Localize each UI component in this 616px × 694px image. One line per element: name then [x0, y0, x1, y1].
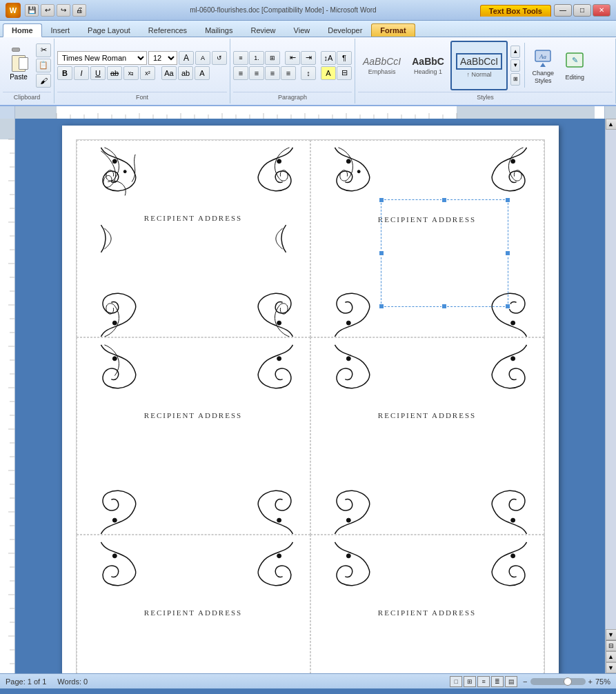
show-formatting-button[interactable]: ¶ [337, 51, 352, 65]
title-bar: W 💾 ↩ ↪ 🖨 ml-0600-flourishes.doc [Compat… [0, 0, 616, 21]
label-cell-1-1[interactable]: RECIPIENT ADDRESS [310, 337, 544, 535]
italic-button[interactable]: I [74, 66, 89, 80]
borders-button[interactable]: ⊟ [337, 66, 352, 80]
zoom-thumb[interactable] [564, 677, 572, 686]
highlight-button[interactable]: ab [178, 66, 193, 80]
numbering-button[interactable]: 1. [249, 51, 264, 65]
align-right-button[interactable]: ≡ [265, 66, 280, 80]
cut-button[interactable]: ✂ [36, 43, 51, 57]
increase-indent-button[interactable]: ⇥ [301, 51, 316, 65]
style-scroll-down[interactable]: ▼ [510, 59, 520, 72]
label-cell-1-0[interactable]: RECIPIENT ADDRESS [77, 337, 310, 535]
zoom-slider[interactable] [530, 678, 586, 685]
recipient-text-0-0[interactable]: RECIPIENT ADDRESS [144, 214, 242, 222]
scroll-track[interactable] [610, 130, 613, 629]
superscript-button[interactable]: x² [140, 66, 155, 80]
tab-format[interactable]: Format [371, 23, 415, 37]
scroll-bottom-button[interactable]: ⊟ [606, 640, 617, 651]
copy-button[interactable]: 📋 [36, 59, 51, 72]
close-button[interactable]: ✕ [593, 4, 610, 17]
label-cell-0-1[interactable]: RECIPIENT ADDRESS [310, 140, 544, 337]
paragraph-group-label: Paragraph [233, 92, 352, 102]
style-emphasis-preview: AaBbCcI [363, 56, 401, 67]
bullets-button[interactable]: ≡ [233, 51, 248, 65]
multilevel-list-button[interactable]: ⊞ [265, 51, 280, 65]
shrink-font-button[interactable]: A [195, 51, 210, 65]
tab-insert[interactable]: Insert [42, 23, 79, 37]
full-screen-view-button[interactable]: ⊞ [464, 676, 476, 687]
decrease-indent-button[interactable]: ⇤ [285, 51, 300, 65]
recipient-text-1-0[interactable]: RECIPIENT ADDRESS [144, 411, 242, 419]
font-group-items: Times New Roman 12 A A ↺ B I U ab x₂ x² [57, 51, 227, 80]
tab-home[interactable]: Home [3, 23, 42, 37]
svg-point-90 [357, 170, 360, 173]
office-logo[interactable]: W [6, 3, 21, 18]
font-size-select[interactable]: 12 [148, 51, 177, 65]
web-layout-view-button[interactable]: ≡ [477, 676, 490, 687]
undo-icon[interactable]: ↩ [41, 4, 54, 17]
label-cell-2-1[interactable]: RECIPIENT ADDRESS [310, 535, 544, 673]
editing-icon: ✎ [564, 50, 586, 72]
right-scrollbar[interactable]: ▲ ▼ ⊟ ▲ ▼ [605, 119, 616, 673]
font-family-select[interactable]: Times New Roman [57, 51, 147, 65]
bold-button[interactable]: B [57, 66, 72, 80]
underline-button[interactable]: U [90, 66, 106, 80]
style-emphasis[interactable]: AaBbCcI Emphasis [358, 41, 406, 90]
tab-mailings[interactable]: Mailings [196, 23, 241, 37]
clipboard-clip-icon [12, 48, 20, 52]
style-normal[interactable]: AaBbCcI ↑ Normal [450, 41, 508, 90]
prev-page-button[interactable]: ▲ [606, 651, 617, 662]
align-left-button[interactable]: ≡ [233, 66, 248, 80]
svg-point-91 [510, 159, 515, 163]
line-spacing-button[interactable]: ↕ [301, 66, 316, 80]
minimize-button[interactable]: — [554, 4, 572, 17]
print-icon[interactable]: 🖨 [72, 4, 86, 17]
subscript-button[interactable]: x₂ [123, 66, 139, 80]
recipient-text-0-1[interactable]: RECIPIENT ADDRESS [378, 215, 476, 224]
align-center-button[interactable]: ≡ [249, 66, 264, 80]
label-cell-2-0[interactable]: RECIPIENT ADDRESS [77, 535, 310, 673]
tab-page-layout[interactable]: Page Layout [79, 23, 139, 37]
ribbon-group-paragraph: ≡ 1. ⊞ ⇤ ⇥ ↕A ¶ ≡ ≡ ≡ ≡ ↕ [230, 39, 355, 103]
tab-review[interactable]: Review [241, 23, 284, 37]
outline-view-button[interactable]: ≣ [491, 676, 504, 687]
ruler-area [0, 106, 616, 119]
scroll-up-button[interactable]: ▲ [606, 119, 617, 130]
recipient-text-2-0[interactable]: RECIPIENT ADDRESS [144, 608, 242, 617]
next-page-button[interactable]: ▼ [606, 662, 617, 673]
format-painter-button[interactable]: 🖌 [36, 74, 51, 88]
tab-view[interactable]: View [285, 23, 319, 37]
style-scroll-up[interactable]: ▲ [510, 46, 520, 58]
flourish-border-1-0 [77, 338, 310, 534]
editing-button[interactable]: ✎ Editing [559, 48, 590, 83]
sort-button[interactable]: ↕A [321, 51, 336, 65]
style-normal-preview: AaBbCcI [456, 53, 502, 70]
scroll-down-button[interactable]: ▼ [606, 629, 617, 640]
label-cell-0-0[interactable]: RECIPIENT ADDRESS [77, 140, 310, 337]
zoom-in-button[interactable]: + [588, 677, 593, 686]
ruler-corner [0, 106, 15, 119]
strikethrough-button[interactable]: ab [107, 66, 122, 80]
draft-view-button[interactable]: ▤ [505, 676, 517, 687]
recipient-text-2-1[interactable]: RECIPIENT ADDRESS [378, 608, 476, 617]
grow-font-button[interactable]: A [179, 51, 194, 65]
clear-format-button[interactable]: ↺ [212, 51, 227, 65]
tab-developer[interactable]: Developer [319, 23, 371, 37]
editing-label: Editing [565, 74, 584, 81]
maximize-button[interactable]: □ [573, 4, 591, 17]
style-heading1[interactable]: AaBbC Heading 1 [407, 41, 449, 90]
justify-button[interactable]: ≡ [281, 66, 296, 80]
words-info: Words: 0 [57, 677, 88, 686]
tab-references[interactable]: References [139, 23, 196, 37]
print-layout-view-button[interactable]: □ [450, 676, 462, 687]
change-case-button[interactable]: Aa [161, 66, 177, 80]
shading-button[interactable]: A [321, 66, 336, 80]
font-color-button[interactable]: A [195, 66, 210, 80]
zoom-out-button[interactable]: − [523, 677, 527, 686]
redo-icon[interactable]: ↪ [57, 4, 70, 17]
paste-button[interactable]: Paste [3, 46, 34, 84]
save-icon[interactable]: 💾 [25, 4, 39, 17]
style-more[interactable]: ⊞ [510, 73, 520, 86]
recipient-text-1-1[interactable]: RECIPIENT ADDRESS [378, 411, 476, 419]
change-styles-button[interactable]: Aa ChangeStyles [528, 43, 558, 88]
